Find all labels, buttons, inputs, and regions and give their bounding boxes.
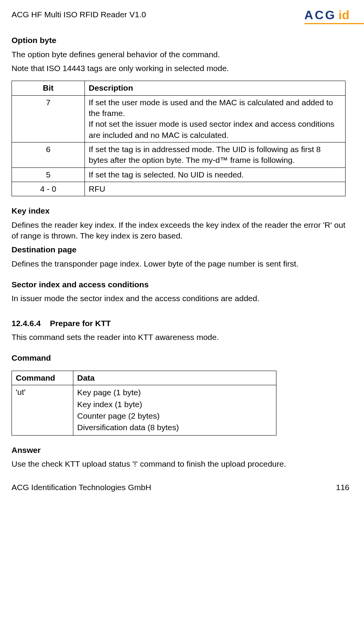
bit-cell: 4 - 0 xyxy=(12,182,85,196)
logo-underline xyxy=(304,23,364,24)
page-header: ACG HF Multi ISO RFID Reader V1.0 ACG id xyxy=(12,7,349,23)
table-row: 5 If set the tag is selected. No UID is … xyxy=(12,167,346,182)
prepare-ktt-p: This command sets the reader into KTT aw… xyxy=(12,332,349,343)
desc-cell: If set the tag is selected. No UID is ne… xyxy=(85,167,346,182)
option-byte-p1: The option byte defines general behavior… xyxy=(12,49,349,60)
logo-text-acg: ACG xyxy=(304,8,336,22)
key-index-heading: Key index xyxy=(12,205,349,216)
bit-cell: 7 xyxy=(12,95,85,142)
prepare-ktt-title: Prepare for KTT xyxy=(50,318,111,329)
table-row: 'ut' Key page (1 byte) Key index (1 byte… xyxy=(12,385,276,436)
data-line: Diversification data (8 bytes) xyxy=(77,422,272,433)
bit-cell: 6 xyxy=(12,142,85,167)
logo-text-id: id xyxy=(339,8,349,22)
option-byte-p2: Note that ISO 14443 tags are only workin… xyxy=(12,63,349,74)
command-heading: Command xyxy=(12,353,349,363)
footer-company: ACG Identification Technologies GmbH xyxy=(12,482,151,493)
option-byte-heading: Option byte xyxy=(12,35,349,46)
key-index-p: Defines the reader key index. If the ind… xyxy=(12,220,349,242)
sector-heading: Sector index and access conditions xyxy=(12,279,349,290)
th-bit: Bit xyxy=(12,81,85,95)
answer-heading: Answer xyxy=(12,445,349,456)
bit-cell: 5 xyxy=(12,167,85,182)
cmd-cell: 'ut' xyxy=(12,385,73,436)
table-row: 7 If set the user mode is used and the M… xyxy=(12,95,346,142)
sector-p: In issuer mode the sector index and the … xyxy=(12,293,349,304)
command-table: Command Data 'ut' Key page (1 byte) Key … xyxy=(12,371,276,436)
data-line: Counter page (2 bytes) xyxy=(77,410,272,422)
th-description: Description xyxy=(85,81,346,95)
th-command: Command xyxy=(12,371,73,385)
prepare-ktt-num: 12.4.6.4 xyxy=(12,318,41,329)
page-footer: ACG Identification Technologies GmbH 116 xyxy=(12,482,349,493)
destination-page-heading: Destination page xyxy=(12,244,349,255)
answer-p: Use the check KTT upload status '!' comm… xyxy=(12,459,349,469)
logo: ACG id xyxy=(304,7,349,23)
desc-cell: RFU xyxy=(85,182,346,196)
option-byte-table: Bit Description 7 If set the user mode i… xyxy=(12,81,346,196)
table-row: 6 If set the tag is in addressed mode. T… xyxy=(12,142,346,167)
desc-cell: If set the tag is in addressed mode. The… xyxy=(85,142,346,167)
th-data: Data xyxy=(73,371,276,385)
table-header-row: Command Data xyxy=(12,371,276,385)
table-header-row: Bit Description xyxy=(12,81,346,95)
table-row: 4 - 0 RFU xyxy=(12,182,346,196)
desc-cell: If set the user mode is used and the MAC… xyxy=(85,95,346,142)
data-cell: Key page (1 byte) Key index (1 byte) Cou… xyxy=(73,385,276,436)
document-title: ACG HF Multi ISO RFID Reader V1.0 xyxy=(12,7,146,20)
prepare-ktt-heading-row: 12.4.6.4 Prepare for KTT xyxy=(12,318,349,329)
data-line: Key page (1 byte) xyxy=(77,387,272,398)
data-line: Key index (1 byte) xyxy=(77,399,272,410)
destination-page-p: Defines the transponder page index. Lowe… xyxy=(12,258,349,269)
footer-page-number: 116 xyxy=(336,482,349,493)
